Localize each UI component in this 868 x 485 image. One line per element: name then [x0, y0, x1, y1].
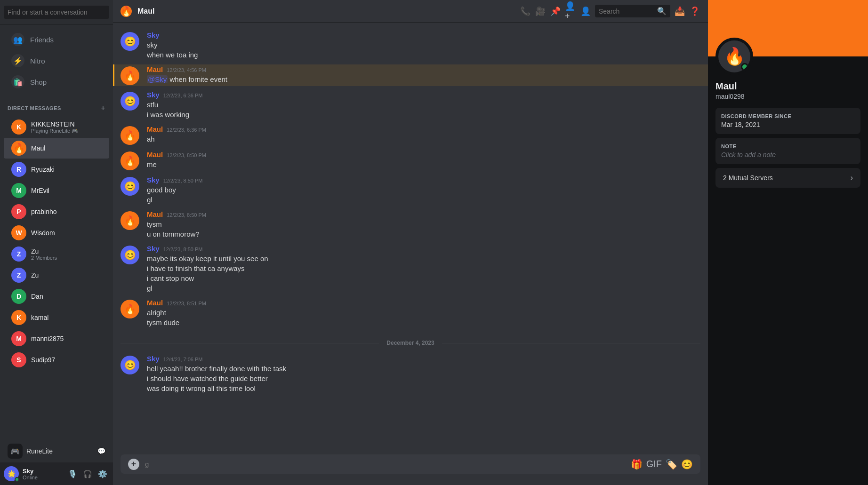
note-section[interactable]: NOTE Click to add a note: [715, 138, 860, 164]
dm-user-kamal[interactable]: K kamal: [4, 307, 109, 328]
msg-avatar-maul: 🔥: [121, 151, 139, 170]
msg-text: was doing it wrong all this time lool: [147, 383, 700, 393]
msg-text: tysm dude: [147, 318, 700, 327]
runelite-chat-icon: 💬: [97, 447, 105, 455]
member-since-value: Mar 18, 2021: [721, 121, 855, 128]
dm-user-sudip97[interactable]: S Sudip97: [4, 350, 109, 370]
call-icon[interactable]: 📞: [520, 6, 531, 17]
search-input[interactable]: [4, 6, 109, 19]
avatar-manni2875: M: [11, 331, 26, 346]
msg-author: Maul: [147, 125, 163, 133]
status-zu-group: 2 Members: [31, 255, 57, 261]
profile-status-dot: [741, 63, 748, 71]
dm-user-kikkenstein[interactable]: K KIKKENSTEIN Playing RuneLite 🎮: [4, 117, 109, 137]
msg-avatar-maul: 🔥: [121, 211, 139, 230]
username-wisdom: Wisdom: [31, 229, 55, 237]
mutual-servers-section[interactable]: 2 Mutual Servers ›: [715, 168, 860, 188]
dm-user-maul[interactable]: 🔥 Maul: [4, 138, 109, 159]
profile-avatar: 🔥: [715, 38, 753, 75]
message-group: 🔥 Maul 12/2/23, 8:50 PM me: [113, 150, 708, 171]
dm-user-prabinho[interactable]: P prabinho: [4, 201, 109, 222]
bottom-user-avatar: 🌟: [4, 466, 19, 481]
msg-text: @Sky when fornite event: [147, 74, 700, 84]
msg-author: Sky: [147, 176, 160, 184]
sticker-icon[interactable]: 🏷️: [666, 459, 677, 470]
msg-author: Sky: [147, 245, 160, 253]
message-group: 🔥 Maul 12/2/23, 8:51 PM alright tysm dud…: [113, 298, 708, 328]
runelite-app-item[interactable]: 🎮 RuneLite 💬: [0, 440, 113, 462]
gif-icon[interactable]: GIF: [646, 459, 662, 469]
friends-icon: 👥: [11, 33, 24, 46]
mute-button[interactable]: 🎙️: [66, 467, 79, 480]
video-icon[interactable]: 🎥: [535, 6, 546, 17]
dm-user-manni2875[interactable]: M manni2875: [4, 328, 109, 349]
msg-text: ah: [147, 134, 700, 144]
avatar-prabinho: P: [11, 204, 26, 219]
message-group: 😊 Sky 12/2/23, 6:36 PM stfu i was workin…: [113, 90, 708, 120]
nav-item-shop[interactable]: 🛍️ Shop: [4, 72, 109, 92]
gift-icon[interactable]: 🎁: [631, 459, 643, 470]
avatar-mrevil: M: [11, 183, 26, 198]
msg-avatar-sky: 😊: [121, 246, 139, 264]
chat-search-box[interactable]: 🔍: [595, 5, 670, 17]
emoji-icon[interactable]: 😊: [681, 459, 693, 470]
message-group: 😊 Sky 12/4/23, 7:06 PM hell yeaah!! brot…: [113, 354, 708, 394]
dm-user-dan[interactable]: D Dan: [4, 286, 109, 307]
msg-timestamp: 12/2/23, 8:50 PM: [167, 152, 206, 158]
message-input[interactable]: [145, 454, 625, 474]
add-friend-icon[interactable]: 👤+: [565, 6, 576, 17]
msg-text: stfu: [147, 100, 700, 110]
avatar-kamal: K: [11, 310, 26, 325]
username-prabinho: prabinho: [31, 208, 57, 215]
dm-user-ryuzaki[interactable]: R Ryuzaki: [4, 159, 109, 180]
pin-icon[interactable]: 📌: [550, 6, 561, 17]
dm-user-zu[interactable]: Z Zu: [4, 265, 109, 286]
msg-avatar-sky: 😊: [121, 92, 139, 111]
nav-item-nitro[interactable]: ⚡ Nitro: [4, 50, 109, 71]
status-kikkenstein: Playing RuneLite 🎮: [31, 128, 78, 134]
msg-timestamp: 12/2/23, 4:56 PM: [167, 67, 206, 73]
nav-item-friends[interactable]: 👥 Friends: [4, 29, 109, 50]
runelite-icon: 🎮: [8, 444, 23, 459]
username-mrevil: MrEvil: [31, 187, 49, 194]
bottom-username: Sky: [23, 468, 62, 475]
msg-avatar-sky: 😊: [121, 32, 139, 51]
username-kikkenstein: KIKKENSTEIN: [31, 120, 78, 128]
avatar-zu: Z: [11, 268, 26, 283]
msg-timestamp: 12/2/23, 6:36 PM: [163, 93, 203, 98]
username-ryuzaki: Ryuzaki: [31, 166, 55, 173]
dm-user-mrevil[interactable]: M MrEvil: [4, 180, 109, 201]
help-icon[interactable]: ❓: [689, 6, 700, 17]
msg-timestamp: 12/2/23, 8:50 PM: [163, 178, 203, 183]
avatar-kikkenstein: K: [11, 119, 26, 135]
user-profile-icon[interactable]: 👤: [580, 6, 591, 17]
message-group: 😊 Sky 12/2/23, 8:50 PM good boy gl: [113, 175, 708, 206]
dm-user-zu-group[interactable]: Z Zu 2 Members: [4, 244, 109, 264]
profile-panel: 🔥 Maul maul0298 DISCORD MEMBER SINCE Mar…: [708, 0, 868, 485]
avatar-dan: D: [11, 289, 26, 304]
messages-container: 😊 Sky sky when we toa ing 🔥 Maul 12/2/23…: [113, 23, 708, 454]
message-group: 😊 Sky 12/2/23, 8:50 PM maybe its okay ke…: [113, 244, 708, 294]
profile-banner: 🔥: [708, 0, 868, 56]
dm-section-header: DIRECT MESSAGES +: [0, 96, 113, 114]
msg-author: Maul: [147, 151, 163, 159]
settings-button[interactable]: ⚙️: [96, 467, 109, 480]
msg-author: Maul: [147, 65, 163, 73]
username-dan: Dan: [31, 293, 43, 300]
add-dm-button[interactable]: +: [101, 104, 105, 112]
msg-text: gl: [147, 195, 700, 205]
chat-header-avatar: 🔥: [121, 6, 132, 17]
deafen-button[interactable]: 🎧: [81, 467, 94, 480]
username-kamal: kamal: [31, 314, 48, 321]
dm-user-wisdom[interactable]: W Wisdom: [4, 223, 109, 243]
inbox-icon[interactable]: 📥: [674, 6, 685, 17]
add-attachment-button[interactable]: +: [128, 459, 139, 470]
search-icon: 🔍: [657, 7, 667, 16]
chat-search-input[interactable]: [599, 8, 653, 15]
bottom-user-panel: 🌟 Sky Online 🎙️ 🎧 ⚙️: [0, 462, 113, 485]
member-since-label: DISCORD MEMBER SINCE: [721, 113, 855, 119]
shop-label: Shop: [30, 78, 47, 86]
message-group: 🔥 Maul 12/2/23, 6:36 PM ah: [113, 124, 708, 146]
msg-timestamp: 12/4/23, 7:06 PM: [163, 357, 203, 362]
profile-member-since-section: DISCORD MEMBER SINCE Mar 18, 2021: [715, 108, 860, 134]
